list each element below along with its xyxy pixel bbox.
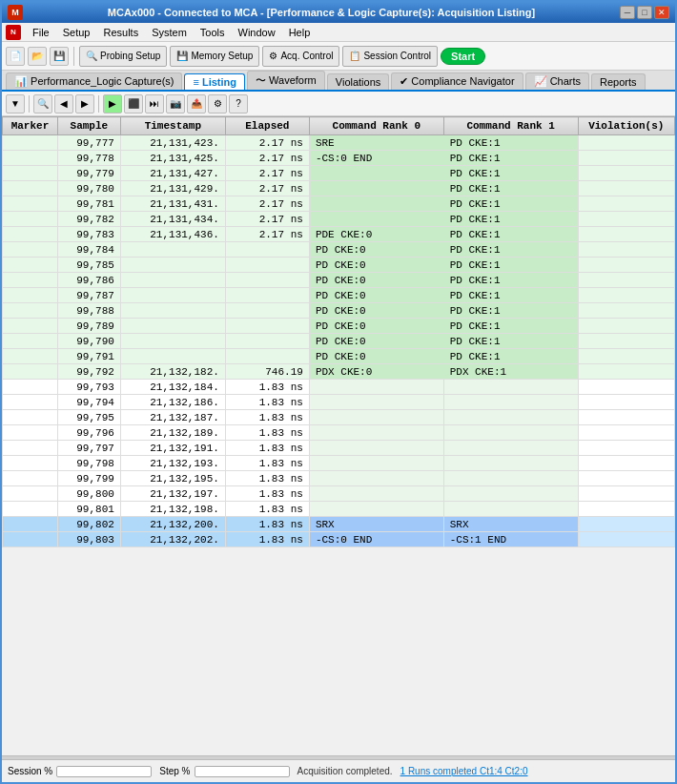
cell-sample: 99,785 [57,258,120,273]
cell-timestamp: 21,132,184. [120,380,225,395]
cell-cr1: PD CKE:1 [443,212,578,227]
cell-cr0: PD CKE:0 [309,303,443,319]
cell-violation [578,425,675,441]
menu-setup[interactable]: Setup [57,25,96,40]
export-button[interactable]: 📤 [187,94,206,113]
session-icon: 📋 [349,51,360,61]
cell-marker [3,364,58,380]
maximize-button[interactable]: □ [637,6,652,19]
settings-button[interactable]: ⚙ [208,94,227,113]
menu-system[interactable]: System [146,25,193,40]
acq-control-button[interactable]: ⚙ Acq. Control [262,46,339,67]
help-button[interactable]: ? [229,94,248,113]
cell-sample: 99,778 [57,151,120,166]
cell-marker [3,288,58,303]
cell-elapsed: 1.83 ns [225,410,309,425]
cell-timestamp: 21,131,425. [120,151,225,166]
cell-elapsed [225,334,309,349]
cell-cr0 [309,166,443,181]
cell-sample: 99,800 [57,486,120,502]
cell-cr0: PD CKE:0 [309,258,443,273]
col-header-cr0: Command Rank 0 [309,117,443,135]
close-button[interactable]: ✕ [654,6,669,19]
capture-button[interactable]: 📷 [166,94,185,113]
probing-setup-button[interactable]: 🔍 Probing Setup [79,46,167,67]
cell-sample: 99,803 [57,532,120,547]
cell-sample: 99,795 [57,410,120,425]
table-row: 99,784 PD CKE:0 PD CKE:1 [3,242,675,258]
menu-window[interactable]: Window [233,25,281,40]
minimize-button[interactable]: ─ [620,6,635,19]
prev-button[interactable]: ◀ [54,94,73,113]
open-button[interactable]: 📂 [28,47,47,66]
cell-violation [578,456,675,471]
cell-violation [578,517,675,532]
cell-violation [578,471,675,486]
tab-charts[interactable]: 📈 Charts [525,72,589,90]
cell-marker [3,227,58,242]
menu-file[interactable]: File [27,25,55,40]
cell-marker [3,395,58,410]
save-button[interactable]: 💾 [50,47,69,66]
table-row: 99,799 21,132,195. 1.83 ns [3,471,675,486]
new-button[interactable]: 📄 [6,47,25,66]
tab-compliance[interactable]: ✔ Compliance Navigator [391,72,523,90]
cell-timestamp: 21,132,187. [120,410,225,425]
cell-cr0: SRE [309,135,443,151]
start-button[interactable]: Start [441,48,485,65]
cell-violation [578,502,675,517]
cell-sample: 99,798 [57,456,120,471]
cell-marker [3,441,58,456]
cell-sample: 99,802 [57,517,120,532]
filter-button[interactable]: ▼ [6,94,25,113]
tab-violations[interactable]: Violations [327,73,390,90]
step-button[interactable]: ⏭ [145,94,164,113]
tab-reports[interactable]: Reports [591,73,646,90]
cell-cr0 [309,456,443,471]
table-row: 99,788 PD CKE:0 PD CKE:1 [3,303,675,319]
cell-timestamp: 21,132,189. [120,425,225,441]
secondary-toolbar: ▼ 🔍 ◀ ▶ ▶ ⬛ ⏭ 📷 📤 ⚙ ? [2,92,675,116]
cell-elapsed [225,242,309,258]
table-row: 99,789 PD CKE:0 PD CKE:1 [3,319,675,334]
cell-marker [3,196,58,212]
cell-sample: 99,791 [57,349,120,364]
next-button[interactable]: ▶ [75,94,94,113]
cell-sample: 99,797 [57,441,120,456]
tab-performance[interactable]: 📊 Performance_Logic Capture(s) [6,72,182,90]
search-button[interactable]: 🔍 [33,94,52,113]
tab-bar: 📊 Performance_Logic Capture(s) ≡ Listing… [2,71,675,92]
cell-cr0 [309,380,443,395]
menu-help[interactable]: Help [283,25,317,40]
cell-violation [578,242,675,258]
stop-button[interactable]: ⬛ [124,94,143,113]
cell-timestamp [120,273,225,288]
menu-results[interactable]: Results [97,25,144,40]
cell-elapsed: 1.83 ns [225,456,309,471]
table-row: 99,779 21,131,427. 2.17 ns PD CKE:1 [3,166,675,181]
cell-timestamp: 21,131,423. [120,135,225,151]
data-table: Marker Sample Timestamp Elapsed Command … [2,116,675,547]
cell-cr0 [309,181,443,196]
cell-sample: 99,787 [57,288,120,303]
session-control-button[interactable]: 📋 Session Control [342,46,438,67]
cell-elapsed: 1.83 ns [225,532,309,547]
cell-marker [3,502,58,517]
list-icon: ≡ [193,76,198,88]
run-button[interactable]: ▶ [103,94,122,113]
memory-setup-button[interactable]: 💾 Memory Setup [170,46,259,67]
tab-listing[interactable]: ≡ Listing [184,73,245,90]
cell-elapsed [225,258,309,273]
session-label: Session % [8,766,52,776]
runs-link[interactable]: 1 Runs completed Ct1:4 Ct2:0 [400,766,528,776]
cell-cr0 [309,395,443,410]
menu-tools[interactable]: Tools [195,25,231,40]
cell-timestamp: 21,131,431. [120,196,225,212]
cell-marker [3,242,58,258]
step-status: Step % [159,766,289,777]
cell-sample: 99,792 [57,364,120,380]
cell-marker [3,151,58,166]
cell-marker [3,181,58,196]
tab-waveform[interactable]: 〜 Waveform [247,71,325,90]
table-scroll-area[interactable]: Marker Sample Timestamp Elapsed Command … [2,116,675,755]
